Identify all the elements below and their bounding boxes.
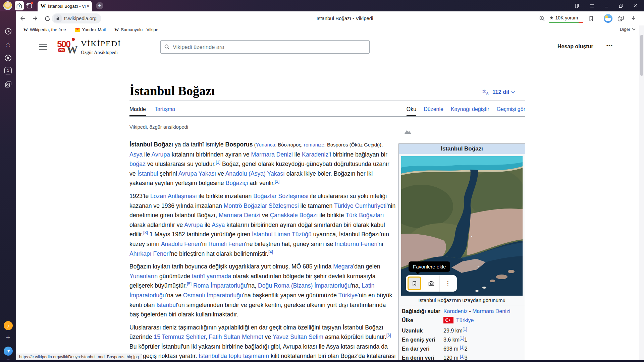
reference-link[interactable]: [6] (386, 333, 391, 338)
wiki-link[interactable]: Yunanca (256, 142, 275, 147)
reference-link[interactable]: [3] (143, 230, 148, 235)
history-icon[interactable] (0, 27, 16, 35)
wiki-link[interactable]: İstanbul (156, 302, 177, 308)
wiki-link[interactable]: Asya (129, 151, 143, 158)
collections-icon[interactable] (616, 14, 625, 22)
tabs-panel-icon[interactable]: 1 (0, 67, 16, 74)
forward-icon[interactable] (31, 14, 39, 22)
wiki-link[interactable]: Türk Boğazları (345, 212, 384, 219)
search-input[interactable] (173, 44, 361, 50)
wiki-link[interactable]: İstanbul'da toplu taşımanın (199, 353, 269, 359)
wiki-link[interactable]: Çanakkale Boğazı (270, 212, 318, 219)
add-to-favorites-button[interactable] (406, 275, 423, 292)
wiki-link[interactable]: Avrupa (184, 222, 203, 228)
wiki-link[interactable]: Türkiye (456, 317, 474, 323)
view-tab[interactable]: Kaynağı değiştir (451, 106, 489, 116)
wiki-link[interactable]: Anadolu (Asya) Yakası (225, 170, 285, 177)
wiki-link[interactable]: Boğaziçi (226, 180, 248, 186)
bookmark-item[interactable]: Yandex Mail (75, 27, 106, 33)
wiki-link[interactable]: 15 Temmuz Şehitler (154, 334, 205, 340)
wiki-search-box[interactable] (160, 40, 370, 54)
bookmark-item[interactable]: WSamanyolu - Vikipe (114, 27, 158, 33)
reference-link[interactable]: [1] (460, 354, 465, 359)
reference-link[interactable]: [1] (463, 327, 467, 331)
wiki-link[interactable]: Marmara Denizi (219, 212, 260, 219)
wiki-link[interactable]: boğaz (129, 161, 146, 167)
wiki-link[interactable]: romanize (304, 142, 324, 147)
language-selector[interactable]: 文A 112 dil (482, 89, 515, 95)
tab-madde[interactable]: Madde (129, 106, 146, 116)
zoom-search-icon[interactable] (538, 14, 546, 22)
main-menu-icon[interactable] (39, 44, 47, 50)
reload-icon[interactable] (43, 14, 51, 22)
more-actions-button[interactable]: ⋮ (439, 275, 456, 292)
minimize-button[interactable] (603, 2, 610, 9)
wiki-link[interactable]: Asya (212, 222, 225, 228)
wiki-link[interactable]: Karadeniz (443, 308, 468, 314)
lock-icon[interactable] (54, 14, 62, 22)
messenger-icon[interactable] (0, 347, 16, 356)
wiki-link[interactable]: İstanbul Liman Tüzüğü (252, 231, 312, 238)
reference-link[interactable]: [4] (268, 250, 273, 254)
back-icon[interactable] (19, 14, 27, 22)
wiki-link[interactable]: Anadolu Feneri (161, 241, 201, 247)
wiki-link[interactable]: Doğu Roma (Bizans) İmparatorluğu (258, 282, 351, 289)
wiki-link[interactable]: Karadeniz (302, 151, 328, 158)
wiki-link[interactable]: Avrupa Yakası (178, 170, 216, 177)
wiki-link[interactable]: Türkiye (338, 292, 358, 299)
wiki-link[interactable]: Yunanların (129, 273, 158, 280)
view-tab[interactable]: Geçmişi gör (497, 106, 525, 116)
wiki-link[interactable]: Lozan Antlaşması (150, 193, 197, 199)
video-play-icon[interactable] (0, 54, 16, 62)
other-bookmarks-button[interactable]: Diğer (620, 27, 636, 32)
maximize-button[interactable] (618, 2, 624, 9)
tab-close-icon[interactable]: ✕ (86, 4, 90, 9)
wiki-link[interactable]: Rumeli Feneri (208, 241, 245, 247)
bookmark-item[interactable]: WWikipedia, the free (23, 27, 66, 33)
reference-link[interactable]: [1] (460, 345, 465, 350)
browser-tab-active[interactable]: W İstanbul Boğazı - Vikipedi ✕ (38, 1, 92, 11)
view-tab[interactable]: Oku (407, 106, 416, 116)
wiki-link[interactable]: Megara (333, 263, 353, 270)
wiki-link[interactable]: Marmara Denizi (472, 308, 510, 314)
reference-link[interactable]: [2] (275, 179, 279, 184)
image-search-button[interactable] (423, 275, 439, 292)
close-button[interactable] (632, 2, 639, 9)
view-tab[interactable]: Düzenle (424, 106, 443, 116)
music-icon[interactable]: ♪ (0, 321, 16, 330)
reference-link[interactable]: [1] (460, 336, 464, 341)
wiki-link[interactable]: Fatih Sultan Mehmet (209, 334, 263, 340)
more-options-button[interactable]: ••• (606, 43, 613, 48)
infobox-image[interactable]: Favorilere ekle ⋮ (401, 156, 523, 296)
wiki-link[interactable]: Ahırkapı Feneri (129, 250, 170, 257)
wiki-link[interactable]: Türkiye Cumhuriyeti (334, 202, 386, 209)
reference-link[interactable]: [5] (187, 282, 192, 286)
wiki-link[interactable]: Roma İmparatorluğu (193, 282, 247, 289)
page-scrollbar[interactable] (639, 25, 644, 360)
bookmarks-star-icon[interactable]: ☆ (0, 41, 16, 49)
address-bar[interactable]: tr.wikipedia.org (52, 13, 101, 23)
wiki-link[interactable]: Montrö Boğazlar Sözleşmesi (224, 202, 299, 209)
home-button[interactable]: 1 (15, 1, 24, 10)
wiki-link[interactable]: Marmara Denizi (251, 151, 293, 158)
profile-avatar[interactable] (3, 1, 12, 10)
wiki-link[interactable]: İnciburnu Feneri (335, 241, 377, 247)
add-service-icon[interactable]: + (0, 333, 16, 342)
create-account-link[interactable]: Hesap oluştur (557, 44, 593, 50)
wiki-link[interactable]: Yavuz Sultan Selim (273, 334, 323, 340)
new-tab-button[interactable]: + (96, 2, 103, 9)
downloads-icon[interactable] (629, 14, 637, 22)
wikipedia-wordmark[interactable]: VİKİPEDİ Özgür Ansiklopedi (81, 39, 121, 55)
bookmark-flag-icon[interactable] (587, 14, 595, 22)
scrollbar-thumb[interactable] (640, 35, 643, 76)
wiki-link[interactable]: Boğazlar Sözleşmesi (253, 193, 308, 199)
screenshot-camera-icon[interactable] (0, 81, 16, 89)
wiki-link[interactable]: İstanbul (137, 170, 158, 177)
wiki-link[interactable]: Osmanlı İmparatorluğu (183, 292, 243, 299)
new-window-icon[interactable] (25, 2, 33, 9)
menu-icon[interactable] (588, 2, 595, 9)
weather-widget-icon[interactable] (604, 14, 612, 23)
reviews-rating[interactable]: ★ 10K yorum (549, 15, 578, 20)
wiki-link[interactable]: tarihî yarımada (192, 273, 231, 280)
tab-tartışma[interactable]: Tartışma (155, 106, 175, 116)
